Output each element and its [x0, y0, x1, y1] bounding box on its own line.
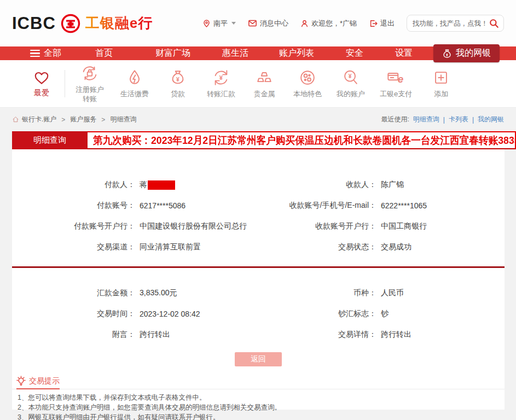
local-feature-icon	[298, 68, 317, 87]
product-wordmark: 工银融e行	[85, 14, 153, 33]
nav-item-wealth-plaza[interactable]: 财富广场	[155, 48, 190, 59]
nav-label: 财富广场	[155, 48, 190, 59]
tips-title: 交易提示	[29, 376, 60, 386]
field-value: 3,835.00元	[140, 288, 177, 298]
search-icon[interactable]	[489, 18, 499, 28]
quickbar-item-life-payment[interactable]: 生活缴费	[120, 68, 149, 98]
breadcrumb-home[interactable]: 银行卡.账户	[22, 115, 56, 124]
logout-label: 退出	[380, 19, 395, 28]
location-label: 南平	[213, 19, 228, 28]
field-value: 钞	[381, 309, 389, 319]
nav-label: 全部	[44, 48, 61, 59]
detail-top-grid: 付款人： 蒋 收款人： 陈广锦 付款账号： 6217****5086 收款账号/…	[12, 174, 505, 258]
quickbar-item-add[interactable]: 添加	[427, 68, 455, 98]
nav-item-account-list[interactable]: 账户列表	[279, 48, 314, 59]
field-payee-account: 收款账号/手机号/E-mail： 6222****1065	[258, 195, 505, 216]
quickbar-label: 工银e支付	[380, 90, 412, 98]
field-label: 交易状态：	[258, 242, 376, 252]
field-payee-bank: 收款账号开户行： 中国工商银行	[258, 216, 505, 237]
quickbar-label: 生活缴费	[120, 90, 149, 98]
lock-refresh-icon	[80, 64, 99, 83]
site-search[interactable]	[407, 15, 504, 32]
field-status: 交易状态： 交易成功	[258, 237, 505, 258]
field-value: 跨行转出	[381, 330, 411, 340]
top-header: ICBC 工银融e行 南平 消息中心	[0, 0, 516, 46]
recent-used-label: 最近使用:	[381, 115, 409, 124]
breadcrumb-current: 明细查询	[110, 115, 136, 124]
field-payer-account: 付款账号： 6217****5086	[12, 195, 258, 216]
money-bag-icon: ¥	[169, 68, 187, 87]
tab-detail-query[interactable]: 明细查询	[12, 131, 88, 149]
quickbar-label: 转账汇款	[207, 90, 235, 98]
field-value: 人民币	[381, 288, 404, 298]
field-label: 收款账号开户行：	[258, 221, 376, 231]
field-label: 附言：	[12, 330, 135, 340]
breadcrumb-separator: >	[101, 116, 105, 124]
quickbar-item-my-account[interactable]: ¥ 我的账户	[337, 68, 365, 98]
field-label: 付款人：	[12, 180, 135, 190]
nav-item-settings[interactable]: 设置	[395, 48, 413, 59]
recent-link-card-list[interactable]: 卡列表	[449, 115, 468, 124]
quickbar-item-epay[interactable]: e 工银e支付	[380, 68, 412, 98]
svg-text:e: e	[397, 74, 403, 85]
user-icon	[300, 19, 309, 28]
hamburger-menu-icon	[30, 48, 40, 59]
quickbar-label: 本地特色	[293, 90, 322, 98]
quickbar-item-loan[interactable]: ¥ 贷款	[164, 68, 192, 98]
field-label: 币种：	[258, 288, 376, 298]
main-nav: 全部 首页 财富广场 惠生活 账户列表 安全 设置 ¥ 我的网银	[0, 46, 516, 60]
location-pin-icon	[202, 19, 211, 28]
quickbar-item-favorites[interactable]: 最爱	[24, 70, 59, 98]
favorites-label: 最爱	[34, 88, 49, 98]
recent-link-detail-query[interactable]: 明细查询	[413, 115, 439, 124]
field-label: 收款人：	[258, 180, 376, 190]
field-label: 钞汇标志：	[258, 309, 376, 319]
nav-label: 账户列表	[279, 48, 314, 59]
quickbar-label: 我的账户	[337, 90, 365, 98]
nav-label: 首页	[95, 48, 113, 59]
home-icon[interactable]	[12, 116, 19, 123]
transaction-detail-panel: 付款人： 蒋 收款人： 陈广锦 付款账号： 6217****5086 收款账号/…	[12, 149, 505, 410]
my-ebank-label: 我的网银	[456, 48, 491, 59]
field-label: 汇款金额：	[12, 288, 135, 298]
money-bag-icon: ¥	[442, 49, 452, 59]
search-input[interactable]	[413, 20, 489, 27]
location-selector[interactable]: 南平	[202, 19, 236, 28]
quickbar-item-local-feature[interactable]: 本地特色	[293, 68, 322, 98]
quickbar-item-transfer-remit[interactable]: ¥ 转账汇款	[207, 68, 235, 98]
field-value: 交易成功	[381, 242, 411, 252]
quickbar-label: 添加	[434, 90, 448, 98]
section-divider	[12, 266, 505, 268]
field-currency: 币种： 人民币	[258, 283, 505, 304]
message-center-link[interactable]: 消息中心	[248, 19, 288, 28]
nav-label: 安全	[346, 48, 363, 59]
promo-banner: 第九次购买：2023年12月2日江苏常州客户购买保温压边机和长款卷圆机各一台发江…	[88, 131, 516, 149]
icbc-wordmark: ICBC	[12, 14, 56, 33]
field-label: 交易渠道：	[12, 242, 135, 252]
field-payee: 收款人： 陈广锦	[258, 174, 505, 195]
logout-button[interactable]: 退出	[369, 19, 395, 28]
tips-title-box: 交易提示	[16, 376, 60, 389]
field-cash-flag: 钞汇标志： 钞	[258, 304, 505, 324]
brand-logo[interactable]: ICBC 工银融e行	[12, 13, 153, 34]
field-value: 跨行转出	[140, 330, 170, 340]
quickbar-item-register-transfer[interactable]: 注册账户转账	[74, 64, 106, 103]
header-widgets: 南平 消息中心 欢迎您，*广锦 退出	[202, 15, 504, 32]
nav-item-all[interactable]: 全部	[30, 48, 61, 59]
nav-item-life[interactable]: 惠生活	[222, 48, 248, 59]
nav-item-home[interactable]: 首页	[95, 48, 113, 59]
epay-card-icon: e	[387, 68, 405, 87]
icbc-online-banking-page: ICBC 工银融e行 南平 消息中心	[0, 0, 516, 420]
field-channel: 交易渠道： 同业清算互联前置	[12, 237, 258, 258]
nav-item-security[interactable]: 安全	[346, 48, 363, 59]
field-label: 交易时间：	[12, 309, 135, 319]
user-welcome[interactable]: 欢迎您，*广锦	[300, 19, 357, 28]
tips-item: 3、网银互联账户明细由开户银行提供，如有疑问请联系开户银行。	[18, 413, 505, 420]
svg-text:¥: ¥	[446, 52, 448, 56]
lightbulb-icon	[16, 376, 26, 386]
nav-item-my-ebank[interactable]: ¥ 我的网银	[433, 44, 500, 62]
breadcrumb-account-service[interactable]: 账户服务	[70, 115, 96, 124]
quickbar-item-precious-metal[interactable]: 贵金属	[250, 68, 279, 98]
back-button[interactable]: 返回	[235, 352, 282, 366]
recent-link-my-ebank[interactable]: 我的网银	[478, 115, 504, 124]
